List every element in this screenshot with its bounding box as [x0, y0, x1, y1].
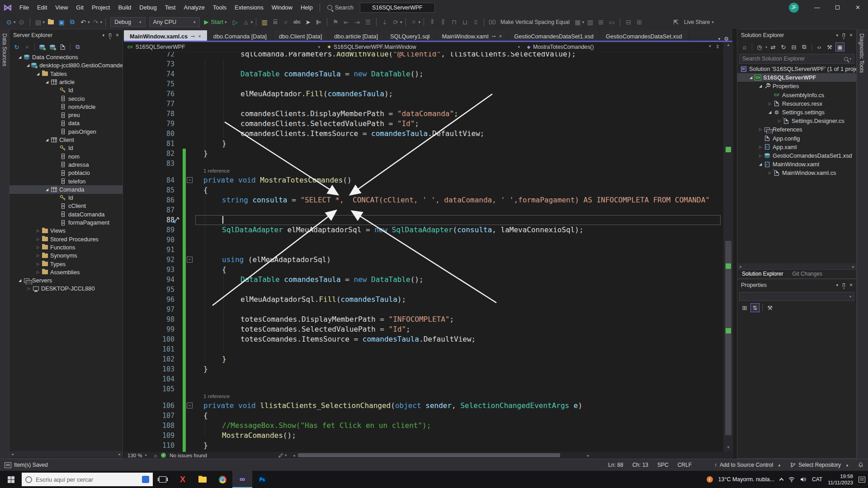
- live-share-label[interactable]: Live Share: [684, 19, 710, 25]
- tree-item-id[interactable]: Id: [9, 144, 123, 152]
- code-line-99[interactable]: 99totesComandes.SelectedValuePath = "Id"…: [124, 324, 723, 334]
- pointer-tool-icon[interactable]: ➤: [303, 17, 313, 27]
- line-indicator[interactable]: Ln: 88: [604, 462, 627, 468]
- scroll-down-icon[interactable]: ▾: [723, 445, 733, 452]
- code-line-83[interactable]: 83: [124, 159, 723, 169]
- code-line-86[interactable]: 86string consulta = "SELECT *, CONCAT(cC…: [124, 195, 723, 205]
- tree-item-paisorigen[interactable]: paisOrigen: [9, 127, 123, 136]
- expander-icon[interactable]: ◢: [18, 55, 22, 59]
- close-tab-icon[interactable]: ×: [198, 33, 201, 39]
- code-line-93[interactable]: 93{: [124, 265, 723, 275]
- split-window-icon[interactable]: ⇕: [716, 44, 720, 50]
- code-line-89[interactable]: 89SqlDataAdapter elMeuAdaptadorSql = new…: [124, 225, 723, 235]
- debug-configuration-dropdown[interactable]: Debug▾: [110, 17, 145, 27]
- document-outline-icon[interactable]: ⊫: [314, 17, 324, 27]
- vertical-scrollbar[interactable]: ▴ ▾: [723, 42, 733, 452]
- tree-item-telefon[interactable]: telefon: [9, 177, 123, 186]
- new-project-icon[interactable]: ▤: [33, 17, 43, 27]
- menu-extensions[interactable]: Extensions: [231, 0, 268, 15]
- visual-studio-button[interactable]: ∞: [232, 471, 252, 488]
- tree-item-resources-resx[interactable]: ▷Resources.resx: [737, 99, 856, 108]
- menu-build[interactable]: Build: [114, 0, 135, 15]
- hscrollbar-thumb[interactable]: [298, 453, 560, 457]
- live-share-person-icon[interactable]: ⇱: [671, 17, 681, 27]
- window-position-icon[interactable]: ▾: [836, 33, 838, 38]
- tree-item-s16sqlserverwpf[interactable]: ◢C#S16SQLServerWPF: [737, 73, 856, 82]
- tree-item-comanda[interactable]: ◢Comanda: [9, 185, 123, 194]
- minimize-button[interactable]: —: [807, 0, 827, 15]
- show-all-files-icon[interactable]: ⧉: [800, 42, 809, 52]
- scroll-right-icon[interactable]: ▸: [118, 452, 121, 456]
- code-line-97[interactable]: 97: [124, 305, 723, 314]
- code-line-88[interactable]: 88: [124, 215, 723, 225]
- tree-item-client[interactable]: ◢Client: [9, 136, 123, 144]
- scroll-left-icon[interactable]: ◂: [11, 452, 14, 456]
- refresh-icon[interactable]: ↻: [779, 42, 788, 52]
- code-line-96[interactable]: 96elMeuAdaptadorSql.Fill(comandesTaula);: [124, 295, 723, 305]
- platform-dropdown[interactable]: Any CPU▾: [149, 17, 200, 27]
- code-line-102[interactable]: 102}: [124, 354, 723, 364]
- spacing-label[interactable]: Make Vertical Spacing Equal: [500, 19, 570, 25]
- code-line-100[interactable]: 100totesComandes.ItemsSource = comandesT…: [124, 334, 723, 344]
- space-indicator[interactable]: SPC: [653, 462, 673, 468]
- code-line-82[interactable]: 82}: [124, 149, 723, 159]
- align-top-icon[interactable]: ⊓: [449, 17, 459, 27]
- toolbox-icon[interactable]: ▥: [259, 17, 269, 27]
- code-line-106[interactable]: 106−private void llistaClients_Selection…: [124, 401, 723, 411]
- spell-check-icon[interactable]: abc: [292, 17, 302, 27]
- expander-icon[interactable]: ▷: [758, 145, 763, 149]
- tree-item-data-connections[interactable]: ◢Data Connections: [9, 53, 123, 61]
- tree-item-poblacio[interactable]: poblacio: [9, 169, 123, 177]
- expander-icon[interactable]: ◢: [27, 63, 29, 67]
- tree-item-functions[interactable]: ▷Functions: [9, 243, 123, 252]
- menu-view[interactable]: View: [51, 0, 72, 15]
- navigate-back-icon[interactable]: ⊙: [4, 17, 14, 27]
- code-line-85[interactable]: 85{: [124, 185, 723, 195]
- code-line-81[interactable]: 81}: [124, 139, 723, 149]
- language-indicator[interactable]: CAT: [812, 476, 822, 483]
- horizontal-scrollbar[interactable]: ◂▸: [9, 451, 123, 457]
- window-position-icon[interactable]: ▾: [836, 283, 838, 287]
- breadcrumb-class[interactable]: ❖ S16SQLServerWPF.MainWindow▾: [324, 44, 524, 50]
- save-icon[interactable]: ▣: [57, 17, 66, 27]
- menu-help[interactable]: Help: [297, 0, 317, 15]
- scroll-up-icon[interactable]: ▴: [723, 42, 733, 49]
- tree-item-tables[interactable]: ◢Tables: [9, 70, 123, 78]
- menu-tools[interactable]: Tools: [209, 0, 231, 15]
- property-pages-icon[interactable]: ⚒: [765, 303, 774, 312]
- grid-outline-icon[interactable]: ▧: [585, 17, 595, 27]
- tree-item-app-config[interactable]: App.config: [737, 134, 856, 143]
- preview-selected-items-icon[interactable]: ▣: [835, 42, 844, 52]
- tree-item-id[interactable]: Id: [9, 193, 123, 202]
- menu-debug[interactable]: Debug: [135, 0, 160, 15]
- eol-indicator[interactable]: CRLF: [673, 462, 696, 468]
- code-editor[interactable]: 72sqlComanda.Parameters.AddWithValue("@C…: [124, 52, 723, 452]
- scrollbar-thumb[interactable]: [725, 241, 731, 435]
- code-line-91[interactable]: 91: [124, 245, 723, 255]
- breadcrumb-method[interactable]: ◈ MostraTotesComandes() ▾ ⇕: [524, 44, 723, 50]
- sharepoint-icon[interactable]: ⧉: [73, 42, 82, 52]
- task-view-button[interactable]: [153, 471, 173, 488]
- expander-icon[interactable]: ◢: [768, 110, 772, 114]
- tree-item-properties[interactable]: ◢Properties: [737, 82, 856, 90]
- tree-item-datacomanda[interactable]: dataComanda: [9, 210, 123, 219]
- menu-file[interactable]: File: [15, 0, 33, 15]
- expander-icon[interactable]: ◢: [45, 138, 49, 142]
- expander-icon[interactable]: ▷: [36, 270, 40, 274]
- tree-item-id[interactable]: Id: [9, 86, 123, 94]
- expander-icon[interactable]: ▷: [768, 171, 772, 175]
- code-line-98[interactable]: 98totesComandes.DisplayMemberPath = "INF…: [124, 314, 723, 324]
- code-line-78[interactable]: 78comandesClients.DisplayMemberPath = "d…: [124, 109, 723, 119]
- start-debug-button[interactable]: ▶ Start▾: [204, 19, 227, 25]
- alphabetical-sort-icon[interactable]: ⇅: [750, 303, 760, 312]
- solution-search-input[interactable]: Search Solution Explorer ▾: [739, 54, 854, 64]
- hscroll-right-icon[interactable]: ▸: [587, 453, 590, 458]
- expander-icon[interactable]: ◢: [758, 162, 763, 166]
- tree-item-types[interactable]: ▷Types: [9, 260, 123, 268]
- new-data-connection-icon[interactable]: [58, 42, 67, 52]
- object-dropdown[interactable]: ▾: [739, 292, 854, 301]
- add-to-source-control-button[interactable]: ↑ Add to Source Control▲: [710, 462, 786, 468]
- snap-icon[interactable]: ⊞: [596, 17, 606, 27]
- tree-item-stored-procedures[interactable]: ▷Stored Procedures: [9, 235, 123, 244]
- tab-git-changes[interactable]: Git Changes: [788, 270, 827, 278]
